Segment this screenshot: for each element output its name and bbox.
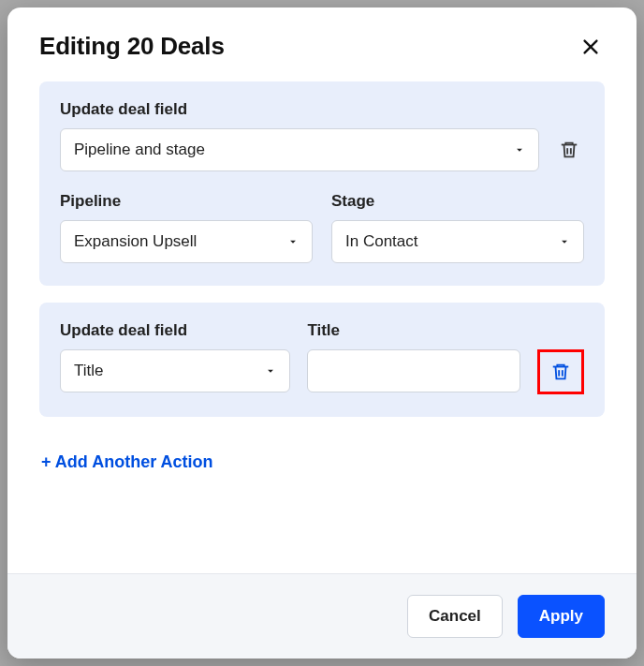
modal-header: Editing 20 Deals bbox=[7, 7, 637, 74]
pipeline-label: Pipeline bbox=[60, 192, 313, 211]
select-value: Pipeline and stage bbox=[74, 141, 205, 159]
close-icon bbox=[580, 37, 601, 57]
stage-label: Stage bbox=[331, 192, 584, 211]
select-value: Expansion Upsell bbox=[74, 232, 197, 251]
field-label: Update deal field bbox=[60, 321, 290, 340]
trash-icon bbox=[559, 139, 579, 161]
pipeline-select[interactable]: Expansion Upsell bbox=[60, 220, 313, 263]
highlight-box bbox=[537, 349, 584, 394]
field-label: Update deal field bbox=[60, 100, 539, 119]
modal-footer: Cancel Apply bbox=[7, 573, 637, 659]
deal-field-select[interactable]: Title bbox=[60, 349, 290, 392]
modal-body: Update deal field Pipeline and stage bbox=[7, 74, 637, 573]
add-another-action-button[interactable]: + Add Another Action bbox=[39, 439, 215, 485]
deal-field-select[interactable]: Pipeline and stage bbox=[60, 128, 539, 171]
title-label: Title bbox=[307, 321, 520, 340]
delete-action-button[interactable] bbox=[554, 134, 584, 166]
close-button[interactable] bbox=[577, 33, 605, 61]
trash-icon bbox=[550, 361, 571, 383]
cancel-button[interactable]: Cancel bbox=[407, 595, 503, 638]
delete-action-button[interactable] bbox=[546, 356, 576, 388]
bulk-edit-modal: Editing 20 Deals Update deal field Pipel… bbox=[7, 7, 637, 659]
title-input[interactable] bbox=[321, 350, 506, 392]
title-input-wrap bbox=[307, 349, 520, 392]
action-card: Update deal field Title Title bbox=[39, 303, 605, 417]
select-value: In Contact bbox=[345, 232, 418, 251]
modal-title: Editing 20 Deals bbox=[39, 32, 225, 61]
apply-button[interactable]: Apply bbox=[518, 595, 605, 638]
action-card: Update deal field Pipeline and stage bbox=[39, 81, 605, 286]
stage-select[interactable]: In Contact bbox=[331, 220, 584, 263]
select-value: Title bbox=[74, 362, 104, 380]
